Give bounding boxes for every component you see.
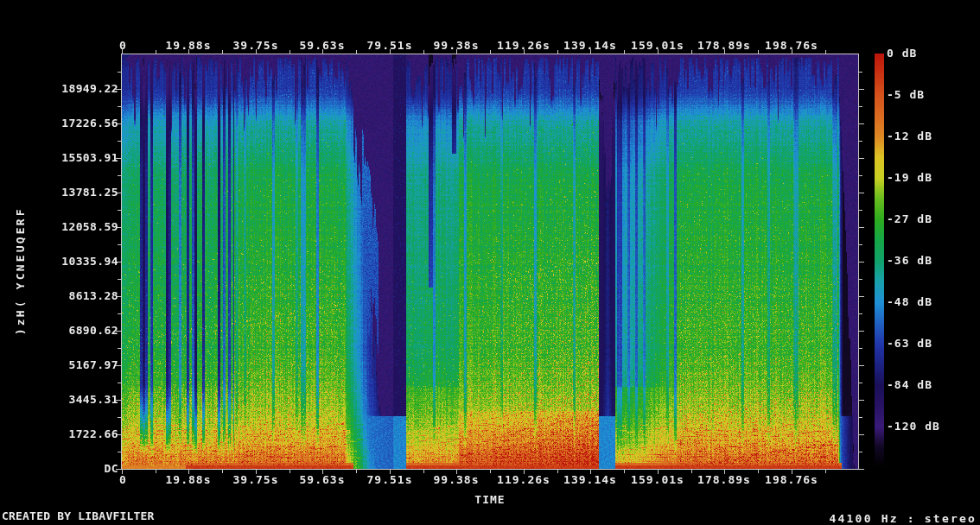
x-axis-tick-label-top: 198.76s (765, 40, 818, 51)
legend-db-label: -19 dB (887, 172, 932, 183)
y-axis-tick-label: 13781.25 (0, 187, 118, 198)
x-axis-tick-label-bottom: 198.76s (765, 474, 818, 485)
x-axis-tick-label-top: 119.26s (497, 40, 550, 51)
x-axis-tick-label-top: 159.01s (631, 40, 684, 51)
x-axis-tick-label-bottom: 119.26s (497, 474, 550, 485)
legend-db-label: -5 dB (887, 89, 925, 100)
y-axis-tick-label: 5167.97 (0, 359, 118, 370)
y-axis-tick-label: 6890.62 (0, 325, 118, 336)
y-axis-tick-label: 1722.66 (0, 428, 118, 440)
legend-db-label: -12 dB (887, 130, 932, 142)
y-axis-tick-label: 17226.56 (0, 117, 118, 129)
time-axis-title: TIME (474, 494, 505, 505)
legend-db-label: -48 dB (887, 296, 932, 307)
x-axis-tick-label-bottom: 19.88s (166, 474, 212, 485)
x-axis-tick-label-top: 99.38s (434, 40, 480, 51)
y-axis-tick-label: 8613.28 (0, 290, 118, 301)
x-axis-tick-label-bottom: 0 (119, 474, 127, 485)
legend-db-label: -36 dB (887, 255, 932, 266)
x-axis-tick-label-top: 139.14s (563, 40, 617, 51)
x-axis-tick-label-top: 79.51s (367, 40, 413, 51)
y-axis-tick-label: DC (0, 463, 118, 474)
legend-db-label: -84 dB (887, 379, 932, 390)
x-axis-tick-label-bottom: 178.89s (697, 474, 751, 485)
y-axis-tick-label: 10335.94 (0, 256, 118, 267)
footer-format-info: 44100 Hz : stereo (830, 513, 977, 524)
x-axis-tick-label-bottom: 99.38s (434, 474, 480, 485)
legend-db-label: -120 dB (887, 421, 940, 432)
x-axis-tick-label-bottom: 79.51s (367, 474, 413, 485)
legend-db-label: 0 dB (887, 47, 917, 59)
y-axis-tick-label: 18949.22 (0, 83, 118, 94)
x-axis-tick-label-bottom: 39.75s (233, 474, 279, 485)
spectrogram-canvas (0, 0, 980, 525)
footer-created-by: CREATED BY LIBAVFILTER (2, 510, 155, 522)
y-axis-tick-label: 3445.31 (0, 394, 118, 405)
legend-db-label: -27 dB (887, 213, 932, 225)
x-axis-tick-label-top: 59.63s (300, 40, 346, 51)
x-axis-tick-label-top: 0 (119, 40, 127, 51)
x-axis-tick-label-top: 39.75s (233, 40, 279, 51)
y-axis-tick-label: 15503.91 (0, 152, 118, 163)
x-axis-tick-label-top: 19.88s (166, 40, 212, 51)
x-axis-tick-label-bottom: 139.14s (563, 474, 617, 485)
y-axis-tick-label: 12058.59 (0, 221, 118, 232)
x-axis-tick-label-bottom: 159.01s (631, 474, 684, 485)
spectrogram-figure: FREQUENCY (Hz) TIME CREATED BY LIBAVFILT… (0, 0, 980, 525)
x-axis-tick-label-top: 178.89s (697, 40, 751, 51)
x-axis-tick-label-bottom: 59.63s (300, 474, 346, 485)
legend-db-label: -63 dB (887, 338, 932, 349)
